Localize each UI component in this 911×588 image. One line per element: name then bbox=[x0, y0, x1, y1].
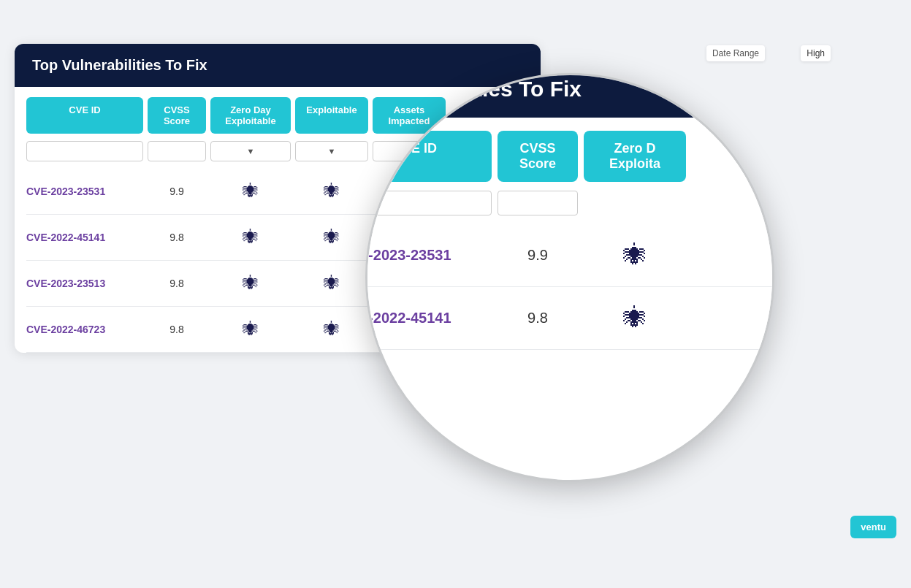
magnified-table-row: CVE-2022-45141 9.8 🕷 bbox=[365, 287, 774, 350]
magnified-column-headers: CVE ID CVSSScore Zero DExploita bbox=[365, 118, 774, 182]
zero-day-filter-dropdown[interactable]: ▼ bbox=[210, 141, 291, 161]
mag-cvss-filter-input[interactable] bbox=[498, 191, 578, 215]
magnify-overlay: p Vulnerabilities To Fix CVE ID CVSSScor… bbox=[365, 73, 774, 482]
cvss-cell: 9.8 bbox=[148, 278, 206, 289]
zero-day-icon: 🕷 bbox=[210, 182, 291, 201]
exploitable-filter-dropdown[interactable]: ▼ bbox=[295, 141, 368, 161]
magnified-panel-title: p Vulnerabilities To Fix bbox=[365, 73, 774, 118]
mag-cvss-cell: 9.9 bbox=[498, 247, 578, 264]
cve-id-cell[interactable]: CVE-2023-23513 bbox=[26, 278, 143, 289]
magnified-filter-row bbox=[365, 182, 774, 224]
cve-id-cell[interactable]: CVE-2023-23531 bbox=[26, 186, 143, 197]
exploitable-icon: 🕷 bbox=[295, 182, 368, 201]
zero-day-icon: 🕷 bbox=[210, 228, 291, 247]
mag-zero-day-icon: 🕷 bbox=[584, 305, 686, 332]
mag-cvss-cell: 9.8 bbox=[498, 310, 578, 327]
magnified-data-rows: CVE-2023-23531 9.9 🕷 CVE-2022-45141 9.8 … bbox=[365, 224, 774, 350]
mag-zero-day-icon: 🕷 bbox=[584, 242, 686, 269]
exploitable-icon: 🕷 bbox=[295, 320, 368, 339]
mag-col-header-cvss: CVSSScore bbox=[498, 131, 578, 182]
exploitable-icon: 🕷 bbox=[295, 274, 368, 293]
date-range-label: Date Range bbox=[706, 45, 765, 61]
zero-day-icon: 🕷 bbox=[210, 274, 291, 293]
cvss-cell: 9.9 bbox=[148, 186, 206, 197]
magnified-panel: p Vulnerabilities To Fix CVE ID CVSSScor… bbox=[365, 73, 774, 350]
magnify-inner: p Vulnerabilities To Fix CVE ID CVSSScor… bbox=[367, 75, 772, 480]
cvss-filter-input[interactable] bbox=[148, 141, 206, 161]
cvss-cell: 9.8 bbox=[148, 232, 206, 243]
col-header-cve: CVE ID bbox=[26, 97, 143, 134]
mag-cve-filter-input[interactable] bbox=[365, 191, 492, 215]
cve-id-cell[interactable]: CVE-2022-45141 bbox=[26, 232, 143, 243]
zero-day-icon: 🕷 bbox=[210, 320, 291, 339]
mag-col-header-zero: Zero DExploita bbox=[584, 131, 686, 182]
cve-id-cell[interactable]: CVE-2022-46723 bbox=[26, 324, 143, 335]
col-header-exploitable: Exploitable bbox=[295, 97, 368, 134]
col-header-cvss: CVSSScore bbox=[148, 97, 206, 134]
high-label: High bbox=[801, 45, 831, 61]
cve-filter-input[interactable] bbox=[26, 141, 143, 161]
venture-badge: ventu bbox=[850, 516, 896, 538]
magnified-table-row: CVE-2023-23531 9.9 🕷 bbox=[365, 224, 774, 287]
exploitable-icon: 🕷 bbox=[295, 228, 368, 247]
mag-cve-id-cell[interactable]: CVE-2022-45141 bbox=[365, 310, 492, 327]
col-header-zero: Zero DayExploitable bbox=[210, 97, 291, 134]
mag-cve-id-cell[interactable]: CVE-2023-23531 bbox=[365, 247, 492, 264]
mag-col-header-cve: CVE ID bbox=[365, 131, 492, 182]
cvss-cell: 9.8 bbox=[148, 324, 206, 335]
